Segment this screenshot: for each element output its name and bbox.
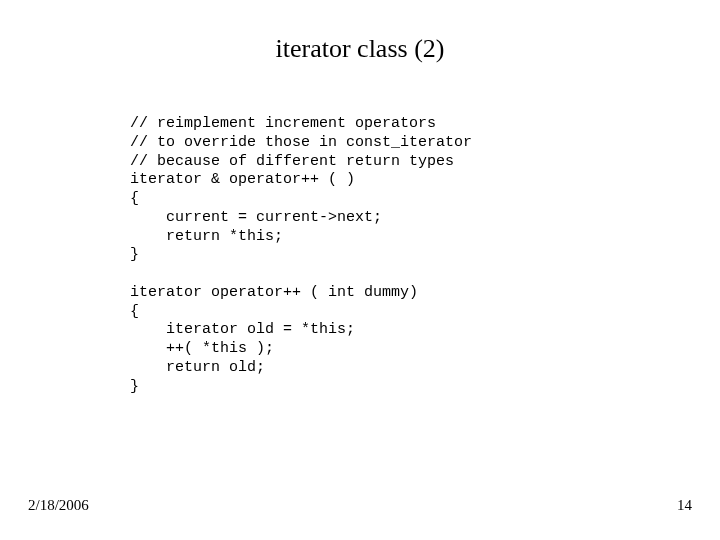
slide-title: iterator class (2): [0, 34, 720, 64]
code-block: // reimplement increment operators // to…: [130, 115, 472, 396]
slide: iterator class (2) // reimplement increm…: [0, 0, 720, 540]
footer-date: 2/18/2006: [28, 497, 89, 514]
footer-page-number: 14: [677, 497, 692, 514]
